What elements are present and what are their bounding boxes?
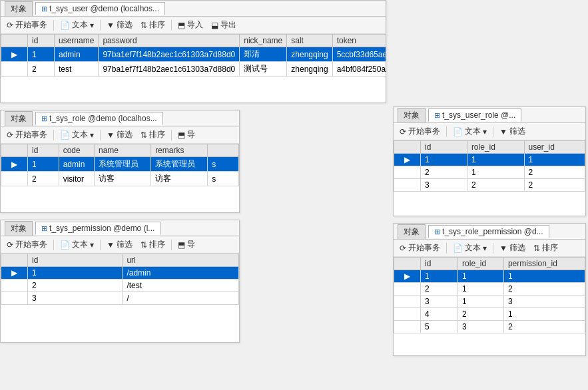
col-token[interactable]: token [332, 35, 386, 47]
permission-grid: id url ▶ 1 /admin 2 /test 3 / [1, 254, 239, 342]
rp-sort-icon: ⇅ [533, 244, 540, 253]
tab-permission-table[interactable]: ⊞ t_sys_permission @demo (l... [35, 222, 160, 235]
table-row[interactable]: 4 2 1 [394, 308, 585, 321]
col-indicator [1, 35, 28, 47]
rp-start-transaction-btn[interactable]: ⟳ 开始事务 [396, 241, 443, 255]
tab-object-permission[interactable]: 对象 [5, 221, 33, 236]
user-filter-btn[interactable]: ▼ 筛选 [103, 18, 136, 32]
role-tab-label: t_sys_role @demo (localhos... [49, 114, 157, 123]
cell-permission-id: 1 [503, 270, 585, 283]
col-url[interactable]: url [123, 254, 239, 267]
table-row[interactable]: ▶ 1 1 1 [394, 270, 585, 283]
col-indicator [394, 258, 421, 270]
col-remarks[interactable]: remarks [151, 144, 208, 157]
tab-user-role-table[interactable]: ⊞ t_sys_user_role @... [428, 108, 521, 122]
perm-header-row: id url [1, 254, 239, 267]
role-start-transaction-btn[interactable]: ⟳ 开始事务 [3, 128, 51, 142]
perm-start-transaction-btn[interactable]: ⟳ 开始事务 [3, 238, 51, 252]
sep1 [53, 20, 54, 31]
table-icon-rp: ⊞ [434, 228, 440, 236]
tab-object-role[interactable]: 对象 [5, 111, 33, 126]
rp-filter-btn[interactable]: ▼ 筛选 [496, 241, 529, 255]
user-text-btn[interactable]: 📄 文本 ▾ [57, 18, 97, 32]
col-role-id[interactable]: role_id [467, 141, 524, 154]
cell-user-id: 2 [524, 166, 585, 179]
col-salt[interactable]: salt [287, 35, 332, 47]
user-export-btn[interactable]: ⬓ 导出 [208, 18, 240, 32]
role-import-btn[interactable]: ⬒ 导 [174, 128, 198, 142]
col-role-id[interactable]: role_id [458, 258, 504, 270]
table-row[interactable]: ▶ 1 admin 97ba1ef7f148b2aec1c61303a7d88d… [1, 47, 386, 62]
user-start-transaction-btn[interactable]: ⟳ 开始事务 [3, 18, 51, 32]
perm-sort-btn[interactable]: ⇅ 排序 [137, 238, 168, 252]
col-username[interactable]: username [55, 35, 99, 47]
table-row[interactable]: 2 1 2 [394, 283, 585, 295]
tab-user-table[interactable]: ⊞ t_sys_user @demo (localhos... [35, 2, 165, 15]
tab-object-user-role[interactable]: 对象 [398, 108, 426, 122]
row-indicator: ▶ [1, 267, 28, 280]
table-row[interactable]: ▶ 1 1 1 [394, 154, 585, 166]
row-indicator [394, 321, 421, 333]
cell-code: visitor [59, 172, 94, 186]
table-row[interactable]: 3 / [1, 292, 239, 305]
cell-extra: s [208, 172, 239, 186]
perm-sep1 [53, 240, 54, 250]
perm-import-btn[interactable]: ⬒ 导 [174, 238, 198, 252]
user-sort-btn[interactable]: ⇅ 排序 [137, 18, 168, 32]
table-row[interactable]: 2 test 97ba1ef7f148b2aec1c61303a7d88d0 测… [1, 62, 386, 77]
user-toolbar: ⟳ 开始事务 📄 文本 ▾ ▼ 筛选 ⇅ 排序 ⬒ 导入 ⬓ 导出 [1, 17, 386, 34]
col-id[interactable]: id [28, 254, 123, 267]
col-extra[interactable] [208, 144, 239, 157]
col-code[interactable]: code [59, 144, 94, 157]
ur-header-row: id role_id user_id [394, 141, 585, 154]
role-text-btn[interactable]: 📄 文本 ▾ [57, 128, 97, 142]
tab-object-rp[interactable]: 对象 [398, 224, 426, 239]
ur-start-transaction-btn[interactable]: ⟳ 开始事务 [396, 124, 443, 138]
col-id[interactable]: id [421, 258, 458, 270]
permission-table: id url ▶ 1 /admin 2 /test 3 / [1, 254, 239, 305]
perm-text-btn[interactable]: 📄 文本 ▾ [57, 238, 97, 252]
tab-object-user[interactable]: 对象 [5, 1, 33, 16]
col-id[interactable]: id [28, 35, 55, 47]
cell-id: 2 [421, 283, 458, 295]
cell-role-id: 2 [467, 179, 524, 192]
ur-filter-icon: ▼ [499, 127, 507, 136]
tab-role-table[interactable]: ⊞ t_sys_role @demo (localhos... [35, 112, 163, 125]
ur-text-btn[interactable]: 📄 文本 ▾ [449, 124, 490, 138]
panel-user: 对象 ⊞ t_sys_user @demo (localhos... ⟳ 开始事… [0, 0, 386, 103]
role-filter-btn[interactable]: ▼ 筛选 [103, 128, 136, 142]
filter-icon: ▼ [107, 21, 115, 30]
table-row[interactable]: 3 1 3 [394, 295, 585, 308]
table-row[interactable]: 3 2 2 [394, 179, 585, 192]
perm-sep2 [100, 240, 101, 250]
tab-rp-table[interactable]: ⊞ t_sys_role_permission @d... [428, 225, 549, 238]
role-toolbar: ⟳ 开始事务 📄 文本 ▾ ▼ 筛选 ⇅ 排序 ⬒ 导 [1, 126, 239, 144]
col-name[interactable]: name [94, 144, 150, 157]
table-row[interactable]: 2 1 2 [394, 166, 585, 179]
col-user-id[interactable]: user_id [524, 141, 585, 154]
user-tab-label: t_sys_user @demo (localhos... [49, 4, 159, 13]
table-row[interactable]: 2 visitor 访客 访客 s [1, 172, 239, 186]
col-permission-id[interactable]: permission_id [503, 258, 585, 270]
table-row[interactable]: 2 /test [1, 280, 239, 292]
rp-text-btn[interactable]: 📄 文本 ▾ [449, 241, 490, 255]
ur-filter-btn[interactable]: ▼ 筛选 [496, 124, 529, 138]
ur-text-icon: 📄 [453, 127, 463, 136]
col-nick-name[interactable]: nick_name [240, 35, 287, 47]
user-header-row: id username password nick_name salt toke… [1, 35, 386, 47]
col-id[interactable]: id [28, 144, 59, 157]
perm-tbody: ▶ 1 /admin 2 /test 3 / [1, 267, 239, 305]
role-sort-btn[interactable]: ⇅ 排序 [137, 128, 168, 142]
table-row[interactable]: ▶ 1 admin 系统管理员 系统管理员 s [1, 157, 239, 172]
col-id[interactable]: id [421, 141, 467, 154]
role-sep3 [171, 130, 172, 140]
user-import-btn[interactable]: ⬒ 导入 [174, 18, 206, 32]
cell-id: 2 [28, 172, 59, 186]
col-password[interactable]: password [99, 35, 240, 47]
perm-filter-btn[interactable]: ▼ 筛选 [103, 238, 136, 252]
table-row[interactable]: ▶ 1 /admin [1, 267, 239, 280]
rp-sort-btn[interactable]: ⇅ 排序 [530, 241, 561, 255]
cell-token: a4bf084f250aebc8f0... [332, 62, 386, 77]
table-row[interactable]: 5 3 2 [394, 321, 585, 333]
permission-title-bar: 对象 ⊞ t_sys_permission @demo (l... [1, 220, 239, 236]
